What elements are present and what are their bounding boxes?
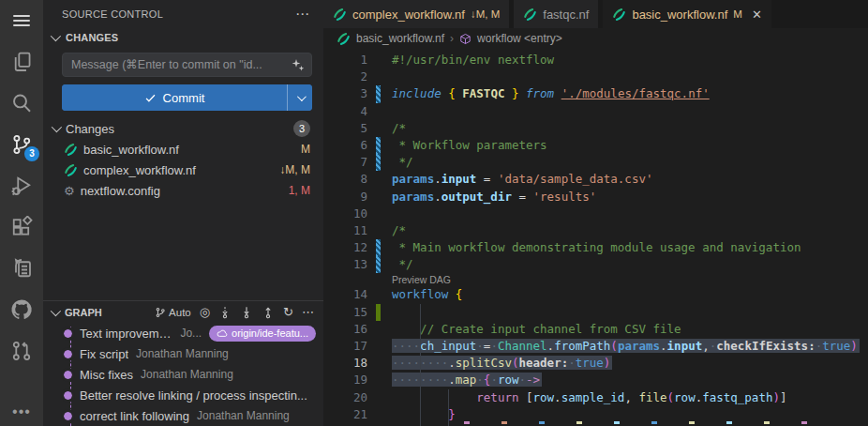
target-icon[interactable]: ◎ <box>200 306 210 318</box>
line-content: // Create input channel from CSV file <box>381 321 681 338</box>
symbol-cube-icon <box>459 33 471 45</box>
menu-icon[interactable] <box>0 0 43 41</box>
references-icon[interactable] <box>0 248 43 289</box>
code-line-9[interactable]: 9params.output_dir = 'results' <box>323 189 868 205</box>
code-line-2[interactable]: 2 <box>323 68 868 85</box>
chevron-down-icon <box>52 122 62 132</box>
code-line-5[interactable]: 5/* <box>323 120 868 137</box>
line-number: 2 <box>323 68 367 85</box>
tab-basic_workflow.nf[interactable]: basic_workflow.nfM✕ <box>603 0 771 28</box>
commit-dropdown-button[interactable] <box>287 84 312 111</box>
extensions-icon[interactable] <box>0 206 43 248</box>
line-number: 13 <box>323 256 367 273</box>
code-line-7[interactable]: 7 */ <box>323 154 868 171</box>
line-number: 11 <box>323 222 367 239</box>
graph-section-header[interactable]: GRAPH Auto ◎ ↻ ⋯ <box>43 300 323 323</box>
codelens-preview-dag[interactable]: Preview DAG <box>323 273 868 286</box>
line-content: return [row.sample_id, file(row.fastq_pa… <box>381 389 787 406</box>
pull-requests-icon[interactable] <box>0 330 43 372</box>
commit-row[interactable]: Misc fixesJonathan Manning <box>43 364 323 385</box>
tab-label: basic_workflow.nf <box>632 8 727 22</box>
line-content: ········.map·{·row·-> <box>381 372 542 388</box>
file-row[interactable]: ⚙nextflow.config1, M <box>43 180 323 201</box>
code-editor[interactable]: 1#!/usr/bin/env nextflow23include { FAST… <box>323 49 868 426</box>
commit-button[interactable]: Commit <box>62 84 287 111</box>
code-line-20[interactable]: 20 return [row.sample_id, file(row.fastq… <box>323 389 868 406</box>
changes-tree-header[interactable]: Changes 3 <box>43 118 323 139</box>
indent-guide <box>448 389 449 426</box>
code-line-19[interactable]: 19········.map·{·row·-> <box>323 372 868 388</box>
clipped-code-sliver <box>726 421 732 424</box>
code-line-13[interactable]: 13 */ <box>323 256 868 273</box>
file-name: complex_workflow.nf <box>83 163 196 177</box>
line-number: 16 <box>323 321 367 338</box>
code-line-15[interactable]: 15 <box>323 304 868 321</box>
activity-more-icon[interactable]: ••• <box>0 398 43 426</box>
nextflow-icon <box>64 163 78 177</box>
breadcrumb-symbol[interactable]: workflow <entry> <box>477 32 562 45</box>
file-row[interactable]: basic_workflow.nfM <box>43 139 323 160</box>
graph-more-icon[interactable]: ⋯ <box>302 306 314 318</box>
commit-author: Jonathan Manning <box>197 409 290 422</box>
commit-row[interactable]: correct link followingJonathan Manning <box>43 405 323 426</box>
panel-more-icon[interactable]: ⋯ <box>295 6 310 23</box>
breadcrumb-file[interactable]: basic_workflow.nf <box>356 32 444 45</box>
file-row[interactable]: complex_workflow.nf↓M, M <box>43 160 323 180</box>
commit-row[interactable]: Fix scriptJonathan Manning <box>43 343 323 364</box>
breadcrumb[interactable]: basic_workflow.nf › workflow <entry> <box>323 28 868 49</box>
code-line-10[interactable]: 10 <box>323 205 868 222</box>
line-number: 18 <box>323 355 367 372</box>
indent-guide <box>420 304 421 426</box>
github-icon[interactable] <box>0 289 43 330</box>
line-number: 1 <box>323 52 367 68</box>
nextflow-icon <box>333 8 347 22</box>
line-number: 3 <box>323 85 367 102</box>
nextflow-icon <box>523 8 537 22</box>
tab-bar: complex_workflow.nf↓M, Mfastqc.nfbasic_w… <box>323 0 868 28</box>
commit-dot <box>64 371 72 379</box>
commit-graph-list: Text improvementJo...origin/ide-featu...… <box>43 323 323 426</box>
refresh-icon[interactable]: ↻ <box>283 306 293 318</box>
run-debug-icon[interactable] <box>0 165 43 206</box>
line-content <box>381 103 392 120</box>
code-line-14[interactable]: 14workflow { <box>323 286 868 303</box>
tab-complex_workflow.nf[interactable]: complex_workflow.nf↓M, M <box>323 0 509 28</box>
editor-group: complex_workflow.nf↓M, Mfastqc.nfbasic_w… <box>323 0 868 426</box>
branch-badge[interactable]: origin/ide-featu... <box>209 326 316 342</box>
source-control-icon[interactable]: 3 <box>0 124 43 165</box>
push-icon[interactable] <box>262 306 275 319</box>
code-line-6[interactable]: 6 * Workflow parameters <box>323 137 868 154</box>
explorer-icon[interactable] <box>0 41 43 83</box>
search-icon[interactable] <box>0 83 43 124</box>
commit-row[interactable]: Text improvementJo...origin/ide-featu... <box>43 323 323 343</box>
sparkle-icon[interactable] <box>291 57 306 76</box>
commit-author: Jonathan Manning <box>136 347 229 360</box>
line-number: 19 <box>323 372 367 388</box>
code-line-3[interactable]: 3include { FASTQC } from './modules/fast… <box>323 85 868 102</box>
gear-icon: ⚙ <box>64 185 75 197</box>
code-line-21[interactable]: 21 } <box>323 406 868 423</box>
code-line-16[interactable]: 16 // Create input channel from CSV file <box>323 321 868 338</box>
hamburger-icon <box>13 12 30 29</box>
branch-auto-toggle[interactable]: Auto <box>155 307 191 318</box>
code-line-4[interactable]: 4 <box>323 103 868 120</box>
commit-message-wrap <box>62 53 312 77</box>
tab-fastqc.nf[interactable]: fastqc.nf <box>514 0 598 28</box>
code-line-18[interactable]: 18········.splitCsv(header:·true) <box>323 355 868 372</box>
changes-section-header[interactable]: CHANGES <box>43 28 323 47</box>
code-line-8[interactable]: 8params.input = 'data/sample_data.csv' <box>323 171 868 188</box>
commit-button-label: Commit <box>163 91 205 105</box>
nextflow-icon <box>337 32 351 46</box>
code-line-17[interactable]: 17····ch_input·=·Channel.fromPath(params… <box>323 338 868 355</box>
clipped-code-sliver <box>614 421 620 424</box>
close-icon[interactable]: ✕ <box>752 8 762 22</box>
fetch-icon[interactable] <box>218 306 232 319</box>
file-name: basic_workflow.nf <box>83 143 179 157</box>
code-line-1[interactable]: 1#!/usr/bin/env nextflow <box>323 52 868 68</box>
pull-icon[interactable] <box>240 306 253 319</box>
commit-row[interactable]: Better resolve linking / process inspect… <box>43 385 323 405</box>
commit-message-input[interactable] <box>62 53 312 77</box>
line-content: params.output_dir = 'results' <box>381 189 596 205</box>
code-line-11[interactable]: 11/* <box>323 222 868 239</box>
code-line-12[interactable]: 12 * Main workflow demonstrating module … <box>323 239 868 256</box>
